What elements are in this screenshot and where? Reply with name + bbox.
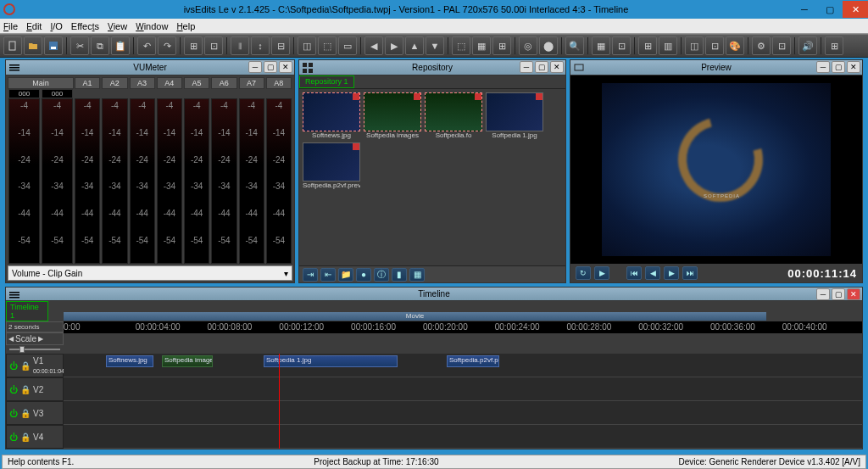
down-button[interactable]: ▼ <box>426 36 444 55</box>
panel-close-button[interactable]: ✕ <box>550 61 564 73</box>
vu-channel-a5[interactable]: A5 <box>184 77 209 89</box>
panel-close-button[interactable]: ✕ <box>847 61 860 73</box>
menu-file[interactable]: File <box>3 21 18 31</box>
up-button[interactable]: ▲ <box>405 36 424 55</box>
timeline-tab[interactable]: Timeline 1 <box>6 301 48 321</box>
minimize-button[interactable]: ─ <box>792 1 817 18</box>
lock-icon[interactable]: 🔒 <box>20 433 31 442</box>
save-button[interactable] <box>44 36 63 55</box>
vu-channel-main[interactable]: Main <box>8 77 74 89</box>
play-button[interactable]: ▶ <box>594 266 609 280</box>
tool-20[interactable]: ⊞ <box>825 36 843 55</box>
tool-5[interactable]: ⊟ <box>271 36 290 55</box>
repo-item[interactable]: Softpedia.fo <box>425 92 482 139</box>
tool-1[interactable]: ⊞ <box>184 36 203 55</box>
vu-channel-a3[interactable]: A3 <box>130 77 155 89</box>
clip[interactable]: Softpedia 1.jpg <box>264 355 398 367</box>
tool-11[interactable]: ⊞ <box>492 36 511 55</box>
track-v2[interactable] <box>64 377 862 401</box>
color-button[interactable]: 🎨 <box>726 36 744 55</box>
vu-channel-a8[interactable]: A8 <box>266 77 292 89</box>
clip[interactable]: Softnews.jpg <box>106 355 153 367</box>
track-head-v4[interactable]: ⏻🔒V4 <box>6 425 64 449</box>
tool-9[interactable]: ⬚ <box>452 36 470 55</box>
copy-button[interactable]: ⧉ <box>91 36 109 55</box>
panel-min-button[interactable]: ─ <box>816 288 830 300</box>
tool-2[interactable]: ⊡ <box>204 36 223 55</box>
timeline-zoom-slider[interactable] <box>6 345 64 354</box>
tool-18[interactable]: ⊡ <box>705 36 724 55</box>
menu-help[interactable]: Help <box>176 21 195 31</box>
clip[interactable]: Softpedia.p2vf.pr <box>447 355 499 367</box>
tool-3[interactable]: ⫴ <box>231 36 249 55</box>
lock-icon[interactable]: 🔒 <box>20 361 31 371</box>
panel-close-button[interactable]: ✕ <box>847 288 860 300</box>
undo-button[interactable]: ↶ <box>137 36 156 55</box>
paste-button[interactable]: 📋 <box>111 36 130 55</box>
repo-record-button[interactable]: ● <box>356 268 371 282</box>
menu-edit[interactable]: Edit <box>26 21 42 31</box>
repo-info-button[interactable]: ⓘ <box>374 268 389 282</box>
lock-icon[interactable]: 🔒 <box>20 409 31 418</box>
vu-channel-a1[interactable]: A1 <box>75 77 100 89</box>
lock-icon[interactable]: 🔒 <box>20 385 31 394</box>
maximize-button[interactable]: ▢ <box>817 1 843 18</box>
menu-effects[interactable]: Effects <box>71 21 99 31</box>
close-button[interactable]: ✕ <box>843 1 868 18</box>
power-icon[interactable]: ⏻ <box>9 409 18 418</box>
power-icon[interactable]: ⏻ <box>9 361 18 371</box>
tool-15[interactable]: ⊞ <box>638 36 657 55</box>
tool-13[interactable]: ⬤ <box>539 36 558 55</box>
panel-close-button[interactable]: ✕ <box>279 61 292 73</box>
repository-tab[interactable]: Repository 1 <box>299 75 354 88</box>
clip[interactable]: Softpedia images <box>162 355 213 367</box>
track-head-v3[interactable]: ⏻🔒V3 <box>6 401 64 425</box>
timeline-ruler[interactable]: 0:0000:00:04:0000:00:08:0000:00:12:0000:… <box>64 321 862 333</box>
step-fwd-button[interactable]: ▶ <box>664 266 679 280</box>
repo-folder-button[interactable]: 📁 <box>338 268 353 282</box>
tool-16[interactable]: ▥ <box>659 36 677 55</box>
grid-button[interactable]: ▦ <box>592 36 610 55</box>
track-v1[interactable]: Softnews.jpgSoftpedia imagesSoftpedia 1.… <box>64 354 862 377</box>
power-icon[interactable]: ⏻ <box>9 433 18 442</box>
tool-17[interactable]: ◫ <box>685 36 704 55</box>
track-head-v1[interactable]: ⏻🔒V100:00:01:04 <box>6 354 64 377</box>
track-v3[interactable] <box>64 401 862 425</box>
panel-max-button[interactable]: ▢ <box>832 61 845 73</box>
settings-button[interactable]: ⚙ <box>752 36 771 55</box>
panel-min-button[interactable]: ─ <box>520 61 533 73</box>
move-right-button[interactable]: ▶ <box>385 36 403 55</box>
open-button[interactable] <box>24 36 42 55</box>
power-icon[interactable]: ⏻ <box>9 385 18 394</box>
tool-4[interactable]: ↕ <box>251 36 270 55</box>
step-back-button[interactable]: ◀ <box>645 266 660 280</box>
new-button[interactable] <box>3 36 22 55</box>
vu-mode-selector[interactable]: Volume - Clip Gain▾ <box>8 265 292 281</box>
goto-start-button[interactable]: ⏮ <box>626 266 642 280</box>
tool-6[interactable]: ◫ <box>298 36 316 55</box>
panel-max-button[interactable]: ▢ <box>832 288 845 300</box>
cut-button[interactable]: ✂ <box>70 36 89 55</box>
panel-menu-icon[interactable] <box>9 290 19 300</box>
repo-item[interactable]: Softpedia images <box>364 92 421 139</box>
tool-14[interactable]: ⊡ <box>612 36 631 55</box>
menu-window[interactable]: Window <box>136 21 168 31</box>
panel-max-button[interactable]: ▢ <box>535 61 548 73</box>
vu-channel-a6[interactable]: A6 <box>211 77 236 89</box>
repo-item[interactable]: Softpedia 1.jpg <box>486 92 543 139</box>
tool-7[interactable]: ⬚ <box>318 36 337 55</box>
repo-item[interactable]: Softpedia.p2vf.preview.jpg <box>303 142 360 189</box>
repo-export-button[interactable]: ⇤ <box>320 268 336 282</box>
panel-menu-icon[interactable] <box>9 63 19 73</box>
tool-12[interactable]: ◎ <box>519 36 537 55</box>
menu-view[interactable]: View <box>108 21 127 31</box>
repo-grid-button[interactable]: ▦ <box>409 268 425 282</box>
repo-item[interactable]: Softnews.jpg <box>303 92 360 139</box>
vu-channel-a7[interactable]: A7 <box>239 77 264 89</box>
vu-channel-a4[interactable]: A4 <box>157 77 182 89</box>
tool-10[interactable]: ▦ <box>472 36 491 55</box>
timeline-track-area[interactable]: Softnews.jpgSoftpedia imagesSoftpedia 1.… <box>64 354 862 449</box>
goto-end-button[interactable]: ⏭ <box>682 266 698 280</box>
monitor-icon[interactable] <box>574 63 584 73</box>
tool-19[interactable]: ⊡ <box>772 36 791 55</box>
